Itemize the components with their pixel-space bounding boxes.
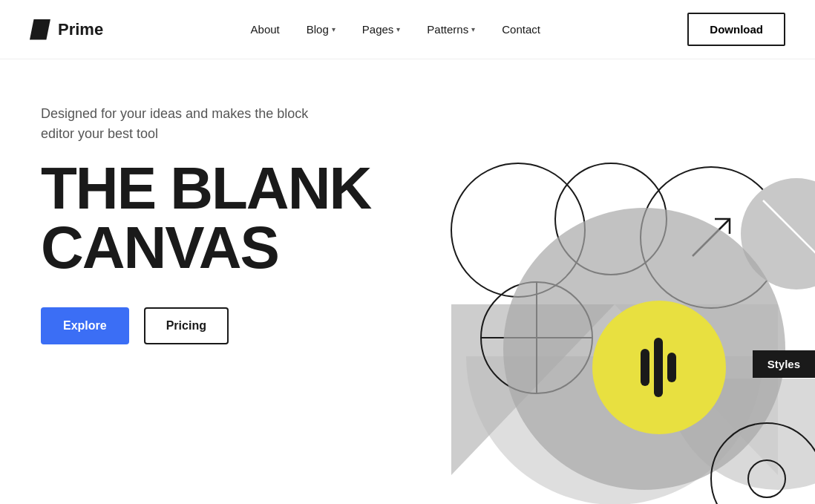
explore-button[interactable]: Explore — [41, 307, 129, 344]
svg-rect-13 — [641, 349, 649, 386]
nav-blog[interactable]: Blog ▾ — [307, 23, 336, 36]
svg-rect-15 — [667, 353, 676, 382]
logo: Prime — [30, 19, 103, 40]
hero-subtitle: Designed for your ideas and makes the bl… — [41, 104, 323, 144]
pages-dropdown-icon: ▾ — [396, 25, 400, 33]
download-button[interactable]: Download — [687, 13, 785, 46]
svg-rect-14 — [654, 338, 663, 397]
hero-buttons: Explore Pricing — [41, 307, 371, 344]
hero-illustration: Styles — [371, 59, 815, 504]
pricing-button[interactable]: Pricing — [144, 307, 229, 344]
nav-contact[interactable]: Contact — [502, 23, 540, 36]
logo-text: Prime — [58, 20, 103, 39]
nav-patterns[interactable]: Patterns ▾ — [427, 23, 475, 36]
hero-section: Designed for your ideas and makes the bl… — [0, 59, 815, 504]
illustration-svg — [392, 59, 815, 504]
styles-badge[interactable]: Styles — [753, 350, 815, 378]
hero-left: Designed for your ideas and makes the bl… — [0, 59, 371, 504]
blog-dropdown-icon: ▾ — [332, 25, 336, 33]
nav-about[interactable]: About — [251, 23, 280, 36]
header: Prime About Blog ▾ Pages ▾ Patterns ▾ Co… — [0, 0, 815, 59]
patterns-dropdown-icon: ▾ — [471, 25, 475, 33]
hero-headline: THE BLANK CANVAS — [41, 159, 371, 278]
logo-icon — [30, 19, 50, 40]
main-nav: About Blog ▾ Pages ▾ Patterns ▾ Contact — [251, 23, 540, 36]
nav-pages[interactable]: Pages ▾ — [362, 23, 401, 36]
